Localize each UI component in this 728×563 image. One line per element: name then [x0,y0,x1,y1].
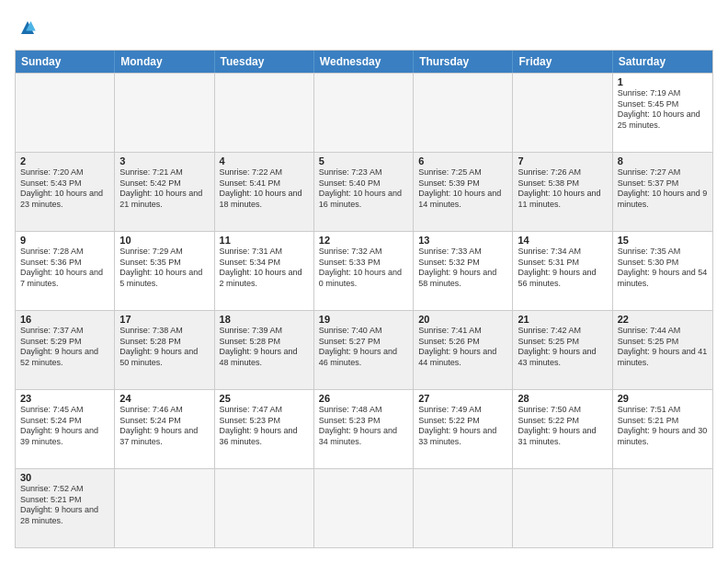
cell-info: Sunrise: 7:29 AM Sunset: 5:35 PM Dayligh… [119,247,209,290]
calendar-cell: 14Sunrise: 7:34 AM Sunset: 5:31 PM Dayli… [513,232,612,310]
cell-info: Sunrise: 7:49 AM Sunset: 5:22 PM Dayligh… [418,405,507,448]
calendar-cell [115,469,214,547]
cell-info: Sunrise: 7:19 AM Sunset: 5:45 PM Dayligh… [618,88,708,132]
calendar-cell: 29Sunrise: 7:51 AM Sunset: 5:21 PM Dayli… [613,390,712,468]
calendar-row-6: 30Sunrise: 7:52 AM Sunset: 5:21 PM Dayli… [16,468,712,547]
day-number: 18 [220,314,309,325]
calendar-cell: 22Sunrise: 7:44 AM Sunset: 5:25 PM Dayli… [613,311,712,389]
calendar-cell [16,74,115,152]
cell-info: Sunrise: 7:27 AM Sunset: 5:37 PM Dayligh… [618,167,708,211]
cell-info: Sunrise: 7:26 AM Sunset: 5:38 PM Dayligh… [518,167,607,211]
cell-info: Sunrise: 7:22 AM Sunset: 5:41 PM Dayligh… [220,167,309,211]
day-number: 19 [319,314,408,325]
cell-info: Sunrise: 7:20 AM Sunset: 5:43 PM Dayligh… [20,167,109,211]
header-day-monday: Monday [115,51,214,73]
header [15,15,713,40]
day-number: 7 [518,155,607,167]
day-number: 11 [220,235,309,246]
day-number: 10 [119,235,209,246]
calendar-cell: 18Sunrise: 7:39 AM Sunset: 5:28 PM Dayli… [215,311,314,389]
day-number: 12 [319,235,408,246]
header-day-friday: Friday [513,51,612,73]
cell-info: Sunrise: 7:45 AM Sunset: 5:24 PM Dayligh… [20,405,109,448]
day-number: 17 [119,314,209,325]
day-number: 6 [418,155,507,167]
calendar-cell [215,74,314,152]
calendar-cell [115,74,214,152]
calendar-body: 1Sunrise: 7:19 AM Sunset: 5:45 PM Daylig… [16,73,712,547]
header-day-tuesday: Tuesday [215,51,314,73]
day-number: 28 [518,393,607,404]
calendar-cell: 12Sunrise: 7:32 AM Sunset: 5:33 PM Dayli… [314,232,414,310]
cell-info: Sunrise: 7:38 AM Sunset: 5:28 PM Dayligh… [119,326,209,369]
cell-info: Sunrise: 7:52 AM Sunset: 5:21 PM Dayligh… [20,484,109,527]
day-number: 8 [618,155,708,167]
cell-info: Sunrise: 7:28 AM Sunset: 5:36 PM Dayligh… [20,247,109,290]
day-number: 14 [518,235,607,246]
day-number: 20 [418,314,507,325]
cell-info: Sunrise: 7:25 AM Sunset: 5:39 PM Dayligh… [418,167,507,211]
calendar-row-2: 2Sunrise: 7:20 AM Sunset: 5:43 PM Daylig… [16,152,712,231]
day-number: 4 [220,155,309,167]
cell-info: Sunrise: 7:34 AM Sunset: 5:31 PM Dayligh… [518,247,607,290]
calendar-row-3: 9Sunrise: 7:28 AM Sunset: 5:36 PM Daylig… [16,231,712,310]
cell-info: Sunrise: 7:47 AM Sunset: 5:23 PM Dayligh… [220,405,309,448]
cell-info: Sunrise: 7:37 AM Sunset: 5:29 PM Dayligh… [20,326,109,369]
calendar-cell: 5Sunrise: 7:23 AM Sunset: 5:40 PM Daylig… [314,153,414,231]
calendar-cell: 24Sunrise: 7:46 AM Sunset: 5:24 PM Dayli… [115,390,214,468]
calendar-cell: 25Sunrise: 7:47 AM Sunset: 5:23 PM Dayli… [215,390,314,468]
cell-info: Sunrise: 7:41 AM Sunset: 5:26 PM Dayligh… [418,326,507,369]
cell-info: Sunrise: 7:46 AM Sunset: 5:24 PM Dayligh… [119,405,209,448]
day-number: 30 [20,472,109,483]
header-day-sunday: Sunday [16,51,115,73]
cell-info: Sunrise: 7:50 AM Sunset: 5:22 PM Dayligh… [518,405,607,448]
day-number: 26 [319,393,408,404]
day-number: 13 [418,235,507,246]
cell-info: Sunrise: 7:51 AM Sunset: 5:21 PM Dayligh… [618,405,708,448]
day-number: 29 [618,393,708,404]
calendar-cell [314,74,414,152]
calendar-cell: 8Sunrise: 7:27 AM Sunset: 5:37 PM Daylig… [613,153,712,231]
calendar-cell: 6Sunrise: 7:25 AM Sunset: 5:39 PM Daylig… [414,153,513,231]
calendar-cell: 20Sunrise: 7:41 AM Sunset: 5:26 PM Dayli… [414,311,513,389]
calendar-cell [414,469,513,547]
day-number: 1 [618,76,708,87]
header-day-saturday: Saturday [613,51,712,73]
calendar-cell [613,469,712,547]
calendar-cell: 7Sunrise: 7:26 AM Sunset: 5:38 PM Daylig… [513,153,612,231]
calendar-row-5: 23Sunrise: 7:45 AM Sunset: 5:24 PM Dayli… [16,389,712,468]
day-number: 15 [618,235,708,246]
day-number: 5 [319,155,408,167]
cell-info: Sunrise: 7:40 AM Sunset: 5:27 PM Dayligh… [319,326,408,369]
day-number: 21 [518,314,607,325]
cell-info: Sunrise: 7:23 AM Sunset: 5:40 PM Dayligh… [319,167,408,211]
calendar-cell: 23Sunrise: 7:45 AM Sunset: 5:24 PM Dayli… [16,390,115,468]
calendar-cell [414,74,513,152]
calendar: SundayMondayTuesdayWednesdayThursdayFrid… [15,50,713,548]
day-number: 16 [20,314,109,325]
calendar-cell: 9Sunrise: 7:28 AM Sunset: 5:36 PM Daylig… [16,232,115,310]
calendar-row-1: 1Sunrise: 7:19 AM Sunset: 5:45 PM Daylig… [16,73,712,152]
calendar-cell: 13Sunrise: 7:33 AM Sunset: 5:32 PM Dayli… [414,232,513,310]
cell-info: Sunrise: 7:44 AM Sunset: 5:25 PM Dayligh… [618,326,708,369]
logo [15,15,44,40]
cell-info: Sunrise: 7:42 AM Sunset: 5:25 PM Dayligh… [518,326,607,369]
day-number: 24 [119,393,209,404]
calendar-cell [314,469,414,547]
day-number: 25 [220,393,309,404]
cell-info: Sunrise: 7:32 AM Sunset: 5:33 PM Dayligh… [319,247,408,290]
calendar-cell: 30Sunrise: 7:52 AM Sunset: 5:21 PM Dayli… [16,469,115,547]
cell-info: Sunrise: 7:33 AM Sunset: 5:32 PM Dayligh… [418,247,507,290]
day-number: 3 [119,155,209,167]
calendar-cell: 19Sunrise: 7:40 AM Sunset: 5:27 PM Dayli… [314,311,414,389]
calendar-cell: 2Sunrise: 7:20 AM Sunset: 5:43 PM Daylig… [16,153,115,231]
cell-info: Sunrise: 7:31 AM Sunset: 5:34 PM Dayligh… [220,247,309,290]
calendar-row-4: 16Sunrise: 7:37 AM Sunset: 5:29 PM Dayli… [16,310,712,389]
calendar-cell: 15Sunrise: 7:35 AM Sunset: 5:30 PM Dayli… [613,232,712,310]
day-number: 9 [20,235,109,246]
calendar-cell: 17Sunrise: 7:38 AM Sunset: 5:28 PM Dayli… [115,311,214,389]
cell-info: Sunrise: 7:35 AM Sunset: 5:30 PM Dayligh… [618,247,708,290]
calendar-cell [215,469,314,547]
header-day-wednesday: Wednesday [314,51,414,73]
day-number: 22 [618,314,708,325]
